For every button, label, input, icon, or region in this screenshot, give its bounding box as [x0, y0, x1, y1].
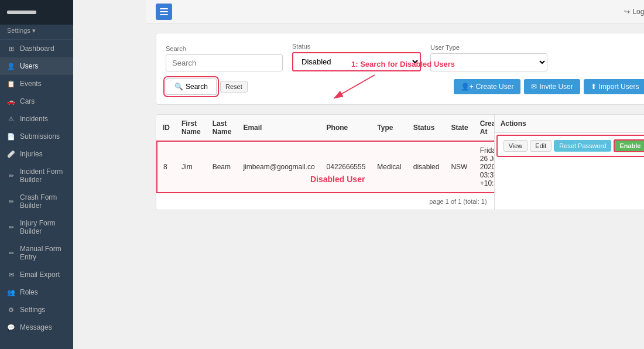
sidebar-logo	[0, 0, 73, 25]
user-type-field-group: User Type	[430, 44, 547, 71]
sidebar-item-messages[interactable]: 💬 Messages	[0, 319, 73, 336]
hamburger-line-2	[160, 11, 168, 12]
cell-email: jimbeam@googmail.co	[237, 141, 320, 193]
crash-form-icon: ✏	[7, 198, 15, 206]
col-email: Email	[237, 115, 320, 141]
roles-icon: 👥	[7, 289, 15, 296]
cell-first-name: Jim	[176, 141, 207, 193]
table-header-row: ID First Name Last Name Email Phone Type…	[157, 115, 494, 141]
enable-button[interactable]: Enable	[614, 139, 644, 152]
status-select[interactable]: Enabled Disabled	[292, 52, 421, 71]
search-field-group: Search	[166, 45, 283, 71]
sidebar: Settings ▾ ⊞ Dashboard 👤 Users 📋 Events …	[0, 0, 73, 349]
hamburger-line-3	[160, 14, 168, 15]
sidebar-item-incident-form-builder[interactable]: ✏ Incident Form Builder	[0, 163, 73, 189]
user-type-select[interactable]	[430, 53, 547, 71]
cell-last-name: Beam	[207, 141, 238, 193]
col-type: Type	[371, 115, 407, 141]
sidebar-item-email-export[interactable]: ✉ Email Export	[0, 266, 73, 283]
messages-icon: 💬	[7, 324, 15, 331]
sidebar-item-users[interactable]: 👤 Users	[0, 57, 73, 75]
submissions-icon: 📄	[7, 133, 15, 141]
import-users-button[interactable]: ⬆ Import Users	[584, 79, 644, 94]
actions-col-header: Actions	[495, 115, 644, 133]
cell-id: 8	[157, 141, 176, 193]
col-created-at: Created At	[474, 115, 494, 141]
hamburger-line-1	[160, 8, 168, 9]
sidebar-item-incidents[interactable]: ⚠ Incidents	[0, 110, 73, 128]
hamburger-button[interactable]	[156, 4, 172, 20]
sidebar-item-cars[interactable]: 🚗 Cars	[0, 93, 73, 110]
results-panel: ID First Name Last Name Email Phone Type…	[156, 114, 644, 210]
reset-button[interactable]: Reset	[220, 81, 248, 93]
logo-bar	[7, 11, 36, 14]
search-panel: Search Status Enabled Disabled User Type	[156, 33, 644, 105]
cell-phone: 0422666555	[321, 141, 372, 193]
actions-column: Actions View Edit Reset Password Enable	[494, 115, 644, 210]
sidebar-item-injuries[interactable]: 🩹 Injuries	[0, 145, 73, 163]
email-export-icon: ✉	[7, 271, 15, 279]
incident-form-icon: ✏	[7, 172, 15, 180]
col-first-name: First Name	[176, 115, 207, 141]
incidents-icon: ⚠	[7, 115, 15, 123]
sidebar-item-submissions[interactable]: 📄 Submissions	[0, 128, 73, 145]
status-field-group: Status Enabled Disabled	[292, 43, 421, 71]
settings-icon: ⚙	[7, 306, 15, 314]
injuries-icon: 🩹	[7, 150, 15, 158]
invite-user-icon: ✉	[531, 83, 537, 91]
col-id: ID	[157, 115, 176, 141]
view-button[interactable]: View	[503, 140, 528, 152]
create-user-button[interactable]: 👤+ Create User	[454, 79, 521, 94]
sidebar-item-manual-form-entry[interactable]: ✏ Manual Form Entry	[0, 240, 73, 266]
create-user-icon: 👤+	[461, 83, 474, 91]
injury-form-icon: ✏	[7, 224, 15, 231]
cars-icon: 🚗	[7, 98, 15, 105]
users-icon: 👤	[7, 63, 15, 70]
logout-icon: ↪	[624, 8, 630, 16]
sidebar-item-events[interactable]: 📋 Events	[0, 75, 73, 93]
search-btn-icon: 🔍	[174, 83, 183, 91]
sidebar-item-dashboard[interactable]: ⊞ Dashboard	[0, 40, 73, 57]
search-actions-row: 🔍 Search Reset 👤+ Create User ✉ Invite U…	[166, 78, 644, 95]
edit-button[interactable]: Edit	[530, 140, 551, 152]
logout-button[interactable]: ↪ Log out	[624, 8, 644, 16]
search-button[interactable]: 🔍 Search	[166, 78, 217, 95]
table-pagination: page 1 of 1 (total: 1)	[156, 193, 494, 210]
sidebar-item-crash-form-builder[interactable]: ✏ Crash Form Builder	[0, 189, 73, 214]
events-icon: 📋	[7, 80, 15, 88]
search-input[interactable]	[166, 54, 283, 71]
sidebar-item-injury-form-builder[interactable]: ✏ Injury Form Builder	[0, 214, 73, 240]
cell-type: Medical	[371, 141, 407, 193]
col-state: State	[445, 115, 474, 141]
dashboard-icon: ⊞	[7, 45, 15, 53]
cell-state: NSW	[445, 141, 474, 193]
reset-password-button[interactable]: Reset Password	[554, 140, 611, 152]
main-content: Search Status Enabled Disabled User Type	[146, 23, 644, 349]
col-status: Status	[407, 115, 446, 141]
table-row: 8 Jim Beam jimbeam@googmail.co 042266655…	[157, 141, 494, 193]
action-buttons-group: 👤+ Create User ✉ Invite User ⬆ Import Us…	[454, 79, 644, 94]
search-row: Search Status Enabled Disabled User Type	[166, 43, 644, 71]
user-type-label: User Type	[430, 44, 547, 51]
search-label: Search	[166, 45, 283, 52]
col-phone: Phone	[321, 115, 372, 141]
cell-status: disabled	[407, 141, 446, 193]
import-users-icon: ⬆	[591, 83, 597, 91]
row-actions: View Edit Reset Password Enable	[496, 135, 644, 157]
manual-form-icon: ✏	[7, 249, 15, 257]
topbar: ↪ Log out	[146, 0, 644, 23]
col-last-name: Last Name	[207, 115, 238, 141]
status-label: Status	[292, 43, 421, 50]
sidebar-item-roles[interactable]: 👥 Roles	[0, 283, 73, 301]
settings-dropdown[interactable]: Settings ▾	[0, 25, 73, 40]
cell-created-at: Friday 26 Jun 2020, 03:37 +10:00	[474, 141, 494, 193]
results-table: ID First Name Last Name Email Phone Type…	[156, 115, 494, 193]
invite-user-button[interactable]: ✉ Invite User	[524, 79, 580, 94]
sidebar-item-settings[interactable]: ⚙ Settings	[0, 301, 73, 319]
